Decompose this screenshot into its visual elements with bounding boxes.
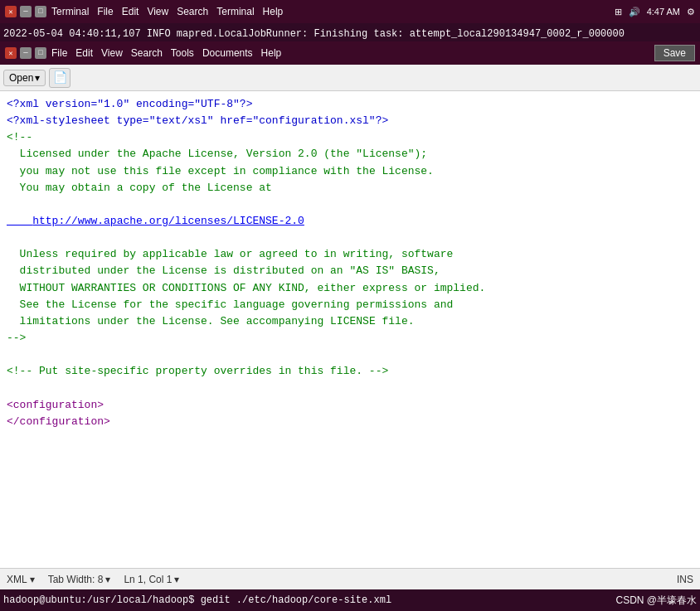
tab-width-label: Tab Width: 8 (48, 574, 104, 585)
terminal-output: 2022-05-04 04:40:11,107 INFO mapred.Loca… (0, 23, 700, 41)
outer-menu-search[interactable]: Search (177, 6, 208, 17)
gedit-menu: File Edit View Search Tools Documents He… (51, 47, 649, 59)
save-button[interactable]: Save (654, 45, 695, 61)
outer-maximize-btn[interactable]: □ (35, 6, 46, 17)
gedit-toolbar: Open ▾ 📄 (0, 65, 700, 91)
gedit-title-bar: ✕ — □ File Edit View Search Tools Docume… (0, 41, 700, 65)
outer-win-controls: ✕ — □ (5, 6, 46, 17)
open-arrow-icon: ▾ (35, 72, 40, 84)
gedit-minimize-btn[interactable]: — (20, 47, 32, 59)
outer-menu: Terminal File Edit View Search Terminal … (51, 6, 610, 17)
outer-menu-terminal[interactable]: Terminal (51, 6, 89, 17)
outer-menu-view[interactable]: View (147, 6, 168, 17)
gedit-close-btn[interactable]: ✕ (5, 47, 17, 59)
open-button[interactable]: Open ▾ (3, 70, 46, 86)
open-label: Open (9, 72, 33, 84)
terminal-prompt: hadoop@ubuntu:/usr/local/hadoop$ gedit .… (3, 589, 391, 611)
outer-time-label: 4:47 AM (647, 7, 680, 17)
gedit-menu-help[interactable]: Help (261, 47, 282, 59)
gedit-maximize-btn[interactable]: □ (35, 47, 46, 59)
editor-content: <?xml version="1.0" encoding="UTF-8"?> <… (7, 96, 693, 430)
outer-menu-help[interactable]: Help (263, 6, 284, 17)
bookmark-icon: 📄 (53, 70, 67, 85)
language-arrow-icon: ▾ (30, 574, 35, 585)
outer-close-btn[interactable]: ✕ (5, 6, 17, 17)
gedit-menu-edit[interactable]: Edit (75, 47, 93, 59)
language-label: XML (7, 574, 27, 585)
gedit-menu-file[interactable]: File (51, 47, 67, 59)
cursor-pos-arrow-icon: ▾ (174, 574, 179, 585)
outer-minimize-btn[interactable]: — (20, 6, 32, 17)
status-bar: XML ▾ Tab Width: 8 ▾ Ln 1, Col 1 ▾ INS (0, 568, 700, 589)
cursor-pos-label: Ln 1, Col 1 (124, 574, 172, 585)
cursor-position[interactable]: Ln 1, Col 1 ▾ (124, 574, 179, 585)
outer-menu-edit[interactable]: Edit (122, 6, 139, 17)
outer-right-sound-icon: 🔊 (629, 7, 640, 17)
language-selector[interactable]: XML ▾ (7, 574, 35, 585)
outer-right-grid-icon: ⊞ (615, 7, 622, 17)
outer-settings-icon[interactable]: ⚙ (687, 7, 695, 17)
tab-width-selector[interactable]: Tab Width: 8 ▾ (48, 574, 111, 585)
outer-title-right: ⊞ 🔊 4:47 AM ⚙ (615, 7, 695, 17)
gedit-menu-view[interactable]: View (101, 47, 123, 59)
outer-title-bar: ✕ — □ Terminal File Edit View Search Ter… (0, 0, 700, 23)
tab-width-arrow-icon: ▾ (105, 574, 110, 585)
terminal-bottom-bar: hadoop@ubuntu:/usr/local/hadoop$ gedit .… (0, 589, 700, 611)
gedit-menu-tools[interactable]: Tools (171, 47, 194, 59)
watermark: CSDN @半壕春水 (615, 589, 697, 611)
outer-menu-terminal2[interactable]: Terminal (216, 6, 254, 17)
gedit-menu-documents[interactable]: Documents (202, 47, 253, 59)
gedit-menu-search[interactable]: Search (131, 47, 163, 59)
outer-menu-file[interactable]: File (97, 6, 113, 17)
ins-mode-label: INS (677, 574, 693, 585)
editor-area[interactable]: <?xml version="1.0" encoding="UTF-8"?> <… (0, 91, 700, 568)
gedit-win-controls: ✕ — □ (5, 47, 46, 59)
bookmark-icon-btn[interactable]: 📄 (49, 68, 70, 88)
